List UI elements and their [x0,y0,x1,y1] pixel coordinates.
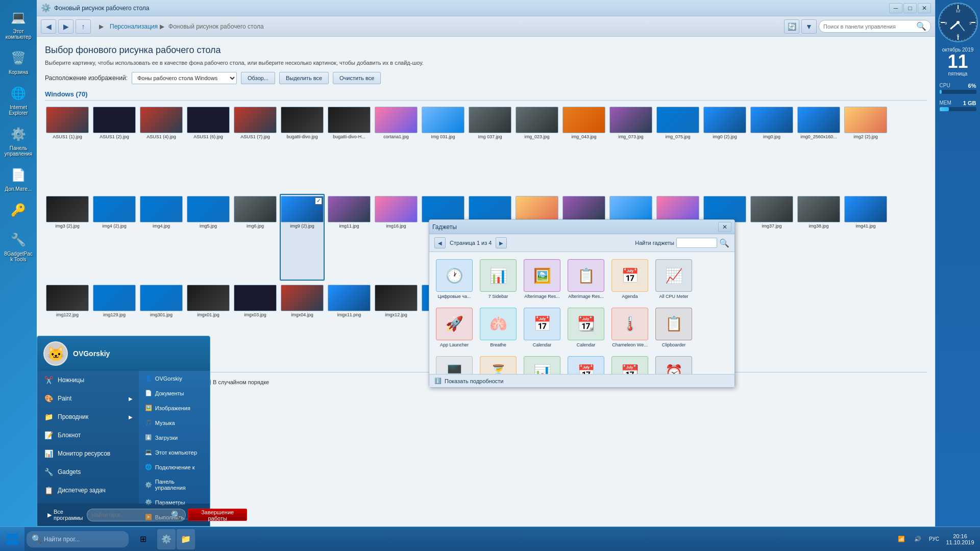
wallpaper-item-img0_2[interactable]: img0 (2).jpg [702,105,747,192]
start-item-notepad[interactable]: 📝 Блокнот [37,426,139,444]
start-right-controlpanel[interactable]: ⚙️ Панель управления [139,474,210,495]
close-button[interactable]: ✕ [918,3,931,13]
wallpaper-item-cortana[interactable]: cortana1.jpg [374,105,419,192]
back-button[interactable]: ◀ [41,19,56,34]
search-icon[interactable]: 🔍 [916,21,926,31]
wallpaper-item-img5[interactable]: img5.jpg [186,194,231,281]
gadget-item-customcal1[interactable]: 📅Custom Calendar [566,354,606,374]
wallpaper-item-img037[interactable]: Img 037.jpg [468,105,512,192]
wallpaper-item-img6[interactable]: img6.jpg [233,194,278,281]
up-button[interactable]: ↑ [76,19,91,34]
gadgets-search-icon[interactable]: 🔍 [719,238,729,248]
tray-lang-icon[interactable]: РУС [926,531,942,547]
wallpaper-item-bugatti[interactable]: bugatti-divo.jpg [280,105,325,192]
wallpaper-item-img11[interactable]: img11.jpg [327,194,372,281]
clear-all-button[interactable]: Очистить все [333,72,381,84]
gadgets-footer[interactable]: ℹ️ Показать подробности [429,374,734,387]
start-right-downloads[interactable]: ⬇️ Загрузки [139,430,210,445]
gadget-item-clipboarder[interactable]: 📋Clipboarder [654,306,694,350]
gadget-item-cpumeter[interactable]: 📈All CPU Meter [654,257,694,302]
breadcrumb-personalization[interactable]: Персонализация [110,23,158,30]
wallpaper-item-img0_2560[interactable]: img0_2560x160... [796,105,841,192]
start-right-images[interactable]: 🖼️ Изображения [139,400,210,415]
start-item-taskmgr[interactable]: 📋 Диспетчер задач [37,481,139,499]
maximize-button[interactable]: □ [903,3,917,13]
start-item-explorer[interactable]: 📁 Проводник ▶ [37,408,139,426]
image-location-select[interactable]: Фоны рабочего стола Windows [132,72,237,84]
start-right-user[interactable]: 👤 OVGorskiy [139,371,210,386]
search-input[interactable] [823,23,916,30]
refresh-button[interactable]: 🔄 [784,19,799,34]
start-right-documents[interactable]: 📄 Документы [139,386,210,400]
wallpaper-item-img031[interactable]: Img 031.jpg [421,105,465,192]
wallpaper-item-img023[interactable]: img_023.jpg [514,105,559,192]
tray-network-icon[interactable]: 📶 [893,531,910,547]
wallpaper-item-bugatti_h[interactable]: bugatti-divo-H... [327,105,372,192]
gadgets-prev-button[interactable]: ◀ [434,237,446,248]
wallpaper-item-img4_2[interactable]: img4 (2).jpg [92,194,137,281]
gadgets-search-input[interactable] [676,238,717,248]
wallpaper-item-img37[interactable]: img37.jpg [749,194,794,281]
start-right-music[interactable]: 🎵 Музыка [139,415,210,430]
wallpaper-item-img043[interactable]: img_043.jpg [561,105,606,192]
taskbar-explorer-app[interactable]: 📁 [177,529,195,549]
start-button[interactable] [0,527,24,552]
gadget-item-breathe[interactable]: 🫁Breathe [478,306,518,350]
start-right-connect[interactable]: 🌐 Подключение к [139,460,210,474]
wallpaper-item-imgx03[interactable]: imgx03.jpg [233,283,278,370]
wallpaper-item-asus1_6[interactable]: ASUS1 (6).jpg [186,105,231,192]
gadget-item-clock[interactable]: 🕐Цифровые ча... [434,257,474,302]
all-programs-button[interactable]: ▶ Все программы [43,507,87,523]
gadget-item-countdown[interactable]: ⏳Countdown [478,354,518,374]
desktop-icon-ie[interactable]: 🌐 Internet Explorer [2,81,35,118]
shutdown-button[interactable]: Завершение работы [188,509,248,521]
wallpaper-item-asus1_1[interactable]: ASUS1 (1).jpg [45,105,90,192]
recent-button[interactable]: ▼ [801,19,817,34]
taskbar-controlpanel-app[interactable]: ⚙️ [157,529,176,549]
wallpaper-item-imgx12[interactable]: imgx12.jpg [374,283,419,370]
tray-clock[interactable]: 20:16 11.10.2019 [942,529,978,549]
gadget-item-calendar1[interactable]: 📅Calendar [522,306,562,350]
taskbar-search-input[interactable] [44,536,124,543]
wallpaper-item-img38[interactable]: img38.jpg [796,194,841,281]
wallpaper-item-asus1_2[interactable]: ASUS1 (2).jpg [92,105,137,192]
gadgets-next-button[interactable]: ▶ [496,237,507,248]
gadget-item-cpuutil[interactable]: 📊CPU Utilization [522,354,562,374]
wallpaper-item-img41[interactable]: img41.jpg [843,194,888,281]
wallpaper-item-imgx04[interactable]: imgx04.jpg [280,283,325,370]
gadget-item-applauncher[interactable]: 🚀App Launcher [434,306,474,350]
desktop-icon-keys[interactable]: 🔑 [2,198,35,223]
desktop-icon-docs[interactable]: 📄 Доп.Мате... [2,163,35,194]
desktop-icon-panel[interactable]: ⚙️ Панель управления [2,122,35,159]
gadget-item-chameleon[interactable]: 🌡️Chameleon We... [610,306,650,350]
gadgets-close-button[interactable]: ✕ [718,222,731,232]
wallpaper-item-img3_2[interactable]: img3 (2).jpg [45,194,90,281]
start-item-monitor[interactable]: 📊 Монитор ресурсов [37,444,139,463]
select-all-button[interactable]: Выделить все [279,72,329,84]
browse-button[interactable]: Обзор... [241,72,275,84]
start-item-gadgets[interactable]: 🔧 Gadgets [37,463,139,481]
wallpaper-item-asus1_4[interactable]: ASUS1 (4).jpg [139,105,184,192]
wallpaper-item-imgx11[interactable]: imgx11.png [327,283,372,370]
forward-button[interactable]: ▶ [58,19,74,34]
gadget-item-customcal2[interactable]: 📆Custom Calendar [610,354,650,374]
gadget-item-sidebar[interactable]: 📊7 Sidebar [478,257,518,302]
minimize-button[interactable]: ─ [889,3,902,13]
gadget-item-controlsystem[interactable]: 🖥️Control System [434,354,474,374]
wallpaper-item-img073[interactable]: img_073.jpg [608,105,653,192]
wallpaper-item-img0[interactable]: img0.jpg [749,105,794,192]
task-view-button[interactable]: ⊞ [133,529,153,549]
wallpaper-item-img075[interactable]: img_075.jpg [655,105,700,192]
wallpaper-item-img9_2[interactable]: ✓img9 (2).jpg [280,194,325,281]
tray-volume-icon[interactable]: 🔊 [910,531,926,547]
start-item-paint[interactable]: 🎨 Paint ▶ [37,389,139,408]
start-right-computer[interactable]: 💻 Этот компьютер [139,445,210,460]
wallpaper-item-img4[interactable]: img4.jpg [139,194,184,281]
start-item-scissors[interactable]: ✂️ Ножницы [37,371,139,389]
wallpaper-item-img16[interactable]: img16.jpg [374,194,419,281]
gadget-item-datetime[interactable]: ⏰Date & Time [654,354,694,374]
wallpaper-item-img2_2[interactable]: img2 (2).jpg [843,105,888,192]
desktop-icon-computer[interactable]: 💻 Этот компьютер [2,5,35,42]
gadget-item-afterimage1[interactable]: 🖼️Afterimage Res... [522,257,562,302]
start-search-input[interactable] [91,512,170,518]
